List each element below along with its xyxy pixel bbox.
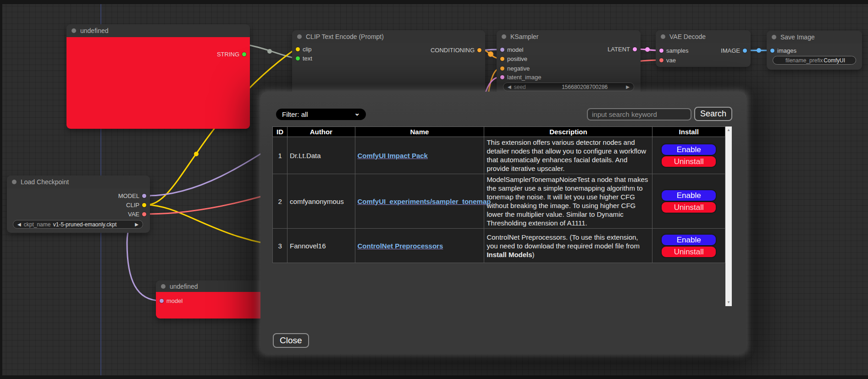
node-undefined-bottom-header[interactable]: undefined [156, 280, 266, 292]
filename-prefix-widget[interactable]: filename_prefix ComfyUI [773, 56, 856, 65]
scroll-down-icon[interactable]: ▼ [725, 300, 732, 305]
input-port-positive[interactable]: positive [500, 55, 527, 62]
widget-value[interactable]: ComfyUI [824, 57, 845, 64]
node-undefined-bottom[interactable]: undefined model [156, 280, 266, 319]
table-scrollbar[interactable]: ▲ ▼ [725, 126, 732, 306]
cell-description: ModelSamplerTonemapNoiseTest a node that… [484, 174, 652, 229]
increment-arrow-icon[interactable]: ▶ [626, 85, 630, 89]
input-port-images[interactable]: images [770, 47, 796, 54]
output-port-vae[interactable]: VAE [128, 211, 146, 217]
port-dot-model-icon[interactable] [142, 194, 146, 198]
widget-value[interactable]: v1-5-pruned-emaonly.ckpt [53, 221, 117, 228]
enable-button[interactable]: Enable [662, 235, 716, 245]
port-dot-string-icon[interactable] [242, 52, 246, 56]
next-checkpoint-arrow-icon[interactable]: ▶ [135, 222, 138, 227]
output-port-clip[interactable]: CLIP [126, 202, 146, 208]
port-dot-image-icon[interactable] [743, 49, 747, 53]
filter-selected-value: Filter: all [282, 110, 308, 118]
port-dot-samples-icon[interactable] [659, 49, 663, 53]
port-dot-vae-icon[interactable] [659, 58, 663, 62]
collapse-dot-icon[interactable] [12, 180, 17, 184]
port-dot-latent-image-icon[interactable] [500, 75, 504, 79]
node-load-checkpoint[interactable]: Load Checkpoint MODEL CLIP VAE ◀ ckpt_na… [7, 176, 150, 233]
prev-checkpoint-arrow-icon[interactable]: ◀ [17, 222, 21, 227]
input-port-negative[interactable]: negative [500, 65, 530, 71]
output-port-conditioning[interactable]: CONDITIONING [431, 47, 481, 53]
cell-author: Dr.Lt.Data [287, 137, 355, 174]
extension-table-container: ID Author Name Description Install 1 Dr.… [272, 126, 732, 306]
input-port-latent-image[interactable]: latent_image [500, 74, 541, 80]
input-port-model[interactable]: model [500, 46, 523, 53]
uninstall-button[interactable]: Uninstall [662, 156, 716, 167]
uninstall-button[interactable]: Uninstall [662, 202, 716, 213]
collapse-dot-icon[interactable] [297, 34, 302, 39]
port-label: LATENT [608, 46, 630, 53]
output-port-string[interactable]: STRING [217, 51, 246, 57]
ckpt-name-widget[interactable]: ◀ ckpt_name v1-5-pruned-emaonly.ckpt ▶ [13, 220, 143, 229]
node-clip-text-encode[interactable]: CLIP Text Encode (Prompt) clip text COND… [292, 30, 485, 99]
node-title: Save Image [780, 33, 815, 41]
search-button[interactable]: Search [694, 107, 732, 121]
uninstall-button[interactable]: Uninstall [662, 247, 716, 257]
node-save-image-header[interactable]: Save Image [767, 31, 862, 44]
filter-select[interactable]: Filter: all ⌄ [276, 109, 366, 120]
port-dot-clip-icon[interactable] [142, 203, 146, 207]
port-dot-model-icon[interactable] [160, 299, 164, 303]
port-label: IMAGE [721, 47, 740, 54]
node-title: undefined [170, 283, 198, 290]
port-dot-latent-icon[interactable] [633, 47, 637, 51]
extension-link[interactable]: ComfyUI_experiments/sampler_tonemap [358, 198, 491, 205]
output-port-model[interactable]: MODEL [118, 192, 146, 199]
port-label: text [303, 55, 312, 62]
port-dot-negative-icon[interactable] [500, 66, 504, 71]
collapse-dot-icon[interactable] [72, 28, 76, 33]
node-vae-decode-header[interactable]: VAE Decode [656, 30, 751, 43]
collapse-dot-icon[interactable] [772, 35, 776, 39]
port-dot-conditioning-icon[interactable] [477, 48, 481, 52]
scroll-up-icon[interactable]: ▲ [725, 128, 732, 132]
node-ksampler-header[interactable]: KSampler [497, 30, 641, 43]
enable-button[interactable]: Enable [662, 190, 716, 201]
port-label: model [507, 46, 523, 53]
port-dot-images-icon[interactable] [770, 49, 774, 53]
node-undefined-top-header[interactable]: undefined [66, 24, 250, 37]
port-dot-positive-icon[interactable] [500, 57, 504, 61]
node-save-image[interactable]: Save Image images filename_prefix ComfyU… [767, 31, 862, 70]
seed-widget[interactable]: ◀ seed 156680208700286 ▶ [503, 82, 634, 91]
port-label: negative [507, 65, 530, 72]
collapse-dot-icon[interactable] [502, 34, 506, 39]
output-port-latent[interactable]: LATENT [608, 46, 637, 52]
port-dot-vae-icon[interactable] [142, 212, 146, 216]
collapse-dot-icon[interactable] [161, 284, 166, 289]
extension-link[interactable]: ComfyUI Impact Pack [358, 152, 428, 159]
port-dot-clip-icon[interactable] [296, 47, 300, 51]
output-port-image[interactable]: IMAGE [721, 47, 747, 54]
table-row: 2 comfyanonymous ComfyUI_experiments/sam… [273, 174, 725, 229]
node-title: Load Checkpoint [21, 178, 69, 186]
input-port-model[interactable]: model [160, 297, 182, 304]
port-label: clip [303, 46, 312, 53]
port-dot-model-icon[interactable] [500, 48, 504, 52]
port-dot-text-icon[interactable] [296, 56, 300, 60]
enable-button[interactable]: Enable [662, 144, 716, 155]
input-port-text[interactable]: text [296, 55, 312, 61]
node-ksampler[interactable]: KSampler model positive negative latent_… [497, 30, 641, 99]
port-label: VAE [128, 211, 139, 218]
input-port-samples[interactable]: samples [659, 47, 688, 54]
input-port-clip[interactable]: clip [296, 46, 312, 52]
decrement-arrow-icon[interactable]: ◀ [508, 85, 511, 89]
node-clip-text-encode-header[interactable]: CLIP Text Encode (Prompt) [292, 30, 485, 43]
node-load-checkpoint-header[interactable]: Load Checkpoint [7, 176, 150, 188]
column-header-install: Install [652, 127, 725, 137]
input-port-vae[interactable]: vae [659, 57, 676, 63]
node-vae-decode[interactable]: VAE Decode samples vae IMAGE [656, 30, 751, 67]
node-title: VAE Decode [669, 33, 706, 40]
cell-id: 1 [273, 137, 287, 174]
node-undefined-top[interactable]: undefined STRING [66, 24, 250, 129]
widget-value[interactable]: 156680208700286 [562, 84, 608, 90]
extension-link[interactable]: ControlNet Preprocessors [358, 242, 443, 250]
collapse-dot-icon[interactable] [661, 34, 665, 39]
search-input[interactable] [587, 108, 691, 121]
close-button[interactable]: Close [273, 333, 309, 348]
port-label: CONDITIONING [431, 47, 475, 54]
